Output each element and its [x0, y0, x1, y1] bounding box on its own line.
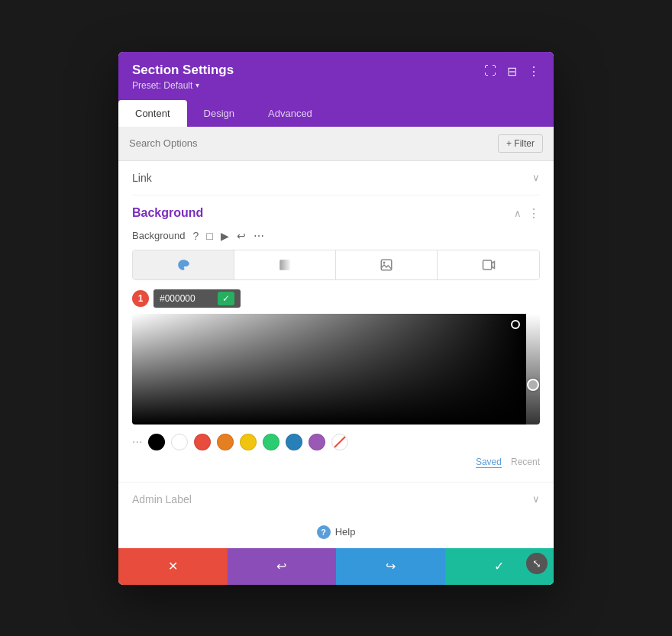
saved-tab[interactable]: Saved — [476, 457, 502, 468]
background-section-header: Background ∧ ⋮ — [132, 206, 540, 221]
svg-point-3 — [186, 263, 187, 265]
bg-type-tabs — [132, 250, 540, 280]
background-more-icon[interactable]: ⋮ — [528, 206, 540, 221]
svg-rect-6 — [381, 260, 392, 270]
link-section-title: Link — [132, 172, 152, 184]
swatch-white[interactable] — [171, 434, 188, 450]
redo-button[interactable]: ↪ — [336, 548, 445, 585]
bg-more-icon[interactable]: ⋯ — [254, 230, 264, 242]
hex-input-wrap: ✓ — [153, 289, 241, 308]
fullscreen-icon[interactable]: ⛶ — [484, 64, 496, 78]
step-badge: 1 — [132, 290, 149, 307]
bg-device-icon[interactable]: □ — [206, 230, 212, 242]
preset-label: Preset: Default — [132, 80, 192, 91]
help-label: Help — [335, 526, 356, 538]
svg-point-7 — [383, 261, 386, 263]
bg-reset-icon[interactable]: ↩ — [237, 230, 246, 242]
recent-tab[interactable]: Recent — [511, 457, 540, 468]
swatch-red[interactable] — [194, 434, 211, 450]
svg-point-1 — [181, 261, 183, 263]
hue-thumb — [527, 379, 539, 391]
swatch-purple[interactable] — [309, 434, 325, 450]
swatches-row: ··· — [132, 434, 540, 450]
hex-confirm-button[interactable]: ✓ — [218, 292, 234, 305]
search-input[interactable] — [129, 137, 282, 149]
resize-handle[interactable]: ⤡ — [526, 553, 548, 574]
modal-header-icons: ⛶ ⊟ ⋮ — [484, 64, 540, 79]
saturation-canvas[interactable] — [132, 314, 526, 425]
bg-help-icon[interactable]: ? — [192, 230, 199, 242]
undo-button[interactable]: ↩ — [228, 548, 337, 585]
admin-label-title: Admin Label — [132, 493, 192, 505]
svg-point-0 — [179, 263, 181, 265]
color-picker[interactable] — [132, 314, 540, 425]
color-hex-row: 1 ✓ — [132, 289, 540, 308]
video-icon — [482, 258, 496, 272]
bg-cursor-icon[interactable]: ▶ — [221, 230, 229, 242]
tab-content[interactable]: Content — [118, 100, 187, 127]
background-section-title: Background — [132, 206, 203, 220]
tab-bar: Content Design Advanced — [118, 100, 554, 127]
bg-type-image[interactable] — [336, 250, 438, 279]
swatch-blue[interactable] — [286, 434, 302, 450]
background-collapse-icon[interactable]: ∧ — [514, 208, 522, 219]
admin-label-arrow-icon: ∨ — [532, 493, 540, 505]
admin-label-section[interactable]: Admin Label ∨ — [118, 482, 554, 516]
modal-header: Section Settings Preset: Default ▾ ⛶ ⊟ ⋮ — [118, 52, 554, 100]
tab-design[interactable]: Design — [187, 100, 251, 127]
background-label: Background — [132, 230, 185, 241]
modal-title: Section Settings — [132, 63, 234, 78]
main-content: Link ∨ Background ∧ ⋮ Background ? □ — [118, 161, 554, 482]
modal-header-left: Section Settings Preset: Default ▾ — [132, 63, 234, 91]
color-fill-icon — [176, 258, 190, 272]
image-icon — [380, 258, 393, 272]
svg-rect-8 — [483, 260, 491, 270]
swatch-transparent[interactable] — [331, 434, 348, 450]
more-options-icon[interactable]: ⋮ — [528, 64, 540, 79]
link-section[interactable]: Link ∨ — [132, 161, 540, 195]
filter-button[interactable]: + Filter — [498, 134, 543, 153]
svg-rect-5 — [279, 260, 290, 270]
help-row[interactable]: ? Help — [118, 516, 554, 548]
saved-recent-row: Saved Recent — [132, 457, 540, 468]
modal-footer: ✕ ↩ ↪ ✓ — [118, 548, 554, 585]
swatches-more-icon[interactable]: ··· — [132, 435, 142, 449]
help-icon: ? — [317, 525, 331, 539]
background-section: Background ∧ ⋮ Background ? □ ▶ ↩ ⋯ — [132, 195, 540, 482]
preset-selector[interactable]: Preset: Default ▾ — [132, 80, 234, 91]
bg-type-video[interactable] — [438, 250, 539, 279]
swatch-yellow[interactable] — [240, 434, 257, 450]
preset-arrow-icon: ▾ — [195, 81, 199, 89]
bg-type-color[interactable] — [133, 250, 234, 279]
picker-cursor — [511, 320, 520, 329]
link-collapse-icon: ∨ — [532, 172, 540, 183]
columns-icon[interactable]: ⊟ — [507, 64, 517, 79]
background-controls-row: Background ? □ ▶ ↩ ⋯ — [132, 230, 540, 242]
hex-input[interactable] — [160, 293, 213, 304]
swatch-black[interactable] — [148, 434, 165, 450]
background-section-controls: ∧ ⋮ — [514, 206, 540, 221]
search-bar: + Filter — [118, 127, 554, 161]
hue-strip[interactable] — [526, 314, 540, 425]
cancel-button[interactable]: ✕ — [118, 548, 228, 585]
bg-type-gradient[interactable] — [234, 250, 336, 279]
svg-point-2 — [184, 261, 186, 263]
swatch-green[interactable] — [263, 434, 279, 450]
swatch-orange[interactable] — [217, 434, 234, 450]
gradient-icon — [278, 258, 292, 272]
tab-advanced[interactable]: Advanced — [251, 100, 329, 127]
